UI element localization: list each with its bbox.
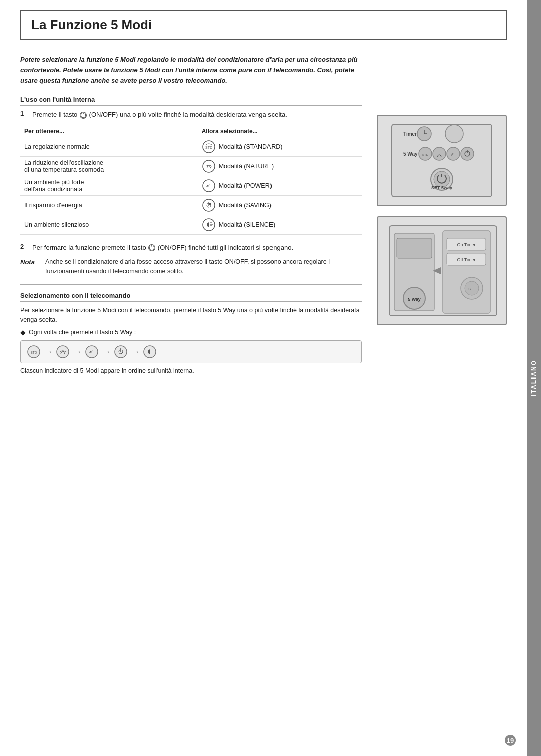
svg-point-29 bbox=[447, 147, 460, 160]
table-row: Un ambiente più fortedell'aria condizion… bbox=[20, 176, 362, 195]
indoor-unit-box: Timer 5 Way STD bbox=[377, 115, 507, 206]
svg-text:Timer: Timer bbox=[403, 131, 417, 137]
divider1 bbox=[20, 284, 362, 285]
svg-rect-39 bbox=[397, 238, 432, 258]
seq-power-icon bbox=[85, 345, 99, 359]
onoff-icon-step1 bbox=[79, 111, 87, 119]
svg-text:Off Timer: Off Timer bbox=[457, 257, 476, 262]
mode-table: Per ottenere... Allora selezionate... La… bbox=[20, 126, 362, 235]
standard-label: Modalità (STANDARD) bbox=[219, 143, 283, 150]
left-column: Potete selezionare la funzione 5 Modi re… bbox=[20, 55, 362, 389]
page-number: 19 bbox=[505, 735, 516, 746]
nature-label: Modalità (NATURE) bbox=[219, 163, 274, 170]
indoor-unit-svg: Timer 5 Way STD bbox=[389, 122, 494, 199]
table-cell-left: Il risparmio d'energia bbox=[20, 195, 198, 215]
arrow1: → bbox=[44, 347, 53, 357]
table-cell-left: Un ambiente silenzioso bbox=[20, 215, 198, 234]
table-cell-right: Modalità (NATURE) bbox=[198, 156, 362, 176]
step2-num: 2 bbox=[20, 243, 28, 253]
table-row: La regolazione normale STD Modalità (STA… bbox=[20, 137, 362, 156]
remote-control-box: On Timer Off Timer 5 Way SET bbox=[377, 216, 507, 325]
silence-label: Modalità (SILENCE) bbox=[219, 221, 276, 228]
ciascun-text: Ciascun indicatore di 5 Modi appare in o… bbox=[20, 367, 362, 374]
svg-text:SET: SET bbox=[468, 287, 475, 291]
nota-text: Anche se il condizionatore d'aria fosse … bbox=[45, 257, 362, 276]
svg-text:STD: STD bbox=[422, 153, 429, 156]
svg-text:SET 5way: SET 5way bbox=[431, 185, 452, 190]
table-row: Un ambiente silenzioso bbox=[20, 215, 362, 234]
table-row: La riduzione dell'oscillazionedi una tem… bbox=[20, 156, 362, 176]
tele-text: Per selezionare la funzione 5 Modi con i… bbox=[20, 306, 362, 325]
bullet-text: Ogni volta che premete il tasto 5 Way : bbox=[29, 329, 136, 336]
bullet-item: ◆ Ogni volta che premete il tasto 5 Way … bbox=[20, 328, 362, 336]
table-cell-right: Modalità (SAVING) bbox=[198, 195, 362, 215]
seq-standard-icon: STD bbox=[27, 345, 41, 359]
intro-text: Potete selezionare la funzione 5 Modi re… bbox=[20, 55, 362, 86]
svg-text:On Timer: On Timer bbox=[457, 242, 475, 247]
saving-icon bbox=[202, 198, 216, 212]
arrow2: → bbox=[73, 347, 82, 357]
svg-point-17 bbox=[86, 346, 98, 358]
svg-point-5 bbox=[203, 180, 215, 192]
svg-point-24 bbox=[445, 125, 463, 143]
col-allora: Allora selezionate... bbox=[198, 126, 362, 137]
arrow-sequence: STD → → bbox=[20, 340, 362, 363]
power-icon bbox=[202, 179, 216, 193]
col-per-ottenere: Per ottenere... bbox=[20, 126, 198, 137]
svg-text:5 Way: 5 Way bbox=[403, 151, 418, 157]
svg-text:STD: STD bbox=[205, 146, 212, 149]
remote-svg: On Timer Off Timer 5 Way SET bbox=[387, 223, 497, 318]
svg-point-16 bbox=[57, 346, 69, 358]
standard-icon: STD bbox=[202, 140, 216, 154]
seq-saving-icon bbox=[114, 345, 128, 359]
svg-point-4 bbox=[203, 160, 215, 172]
seq-nature-icon bbox=[56, 345, 70, 359]
svg-point-30 bbox=[461, 147, 474, 160]
table-cell-right: Modalità (POWER) bbox=[198, 176, 362, 195]
arrow3: → bbox=[102, 347, 111, 357]
power-label: Modalità (POWER) bbox=[219, 182, 272, 189]
step1-num: 1 bbox=[20, 110, 28, 120]
nota-block: Nota Anche se il condizionatore d'aria f… bbox=[20, 257, 362, 276]
nota-label: Nota bbox=[20, 257, 40, 276]
title-box: La Funzione 5 Modi bbox=[20, 10, 507, 40]
sidebar-label-text: ITALIANO bbox=[530, 360, 537, 396]
section2-heading: Selezionamento con il telecomando bbox=[20, 292, 362, 302]
right-column: Timer 5 Way STD bbox=[377, 55, 507, 389]
bullet-diamond: ◆ bbox=[20, 328, 26, 336]
table-cell-right: Modalità (SILENCE) bbox=[198, 215, 362, 234]
section1-heading: L'uso con l'unità interna bbox=[20, 96, 362, 106]
onoff-icon-step2 bbox=[148, 244, 156, 252]
svg-point-28 bbox=[433, 147, 446, 160]
nature-icon bbox=[202, 159, 216, 173]
step2: 2 Per fermare la funzione premete il tas… bbox=[20, 243, 362, 253]
step1: 1 Premete il tasto (ON/OFF) una o più vo… bbox=[20, 110, 362, 120]
section2: Selezionamento con il telecomando Per se… bbox=[20, 292, 362, 375]
svg-text:STD: STD bbox=[31, 351, 37, 354]
sidebar-italiano: ITALIANO bbox=[527, 0, 541, 756]
table-cell-left: Un ambiente più fortedell'aria condizion… bbox=[20, 176, 198, 195]
table-cell-right: STD Modalità (STANDARD) bbox=[198, 137, 362, 156]
seq-silence-icon bbox=[143, 345, 157, 359]
table-row: Il risparmio d'energia Modalità (SAVING) bbox=[20, 195, 362, 215]
step2-text: Per fermare la funzione premete il tasto… bbox=[32, 243, 362, 253]
arrow4: → bbox=[131, 347, 140, 357]
page-title: La Funzione 5 Modi bbox=[31, 17, 152, 32]
silence-icon bbox=[202, 218, 216, 232]
step1-text: Premete il tasto (ON/OFF) una o più volt… bbox=[32, 110, 362, 120]
table-cell-left: La riduzione dell'oscillazionedi una tem… bbox=[20, 156, 198, 176]
table-cell-left: La regolazione normale bbox=[20, 137, 198, 156]
divider2 bbox=[20, 382, 362, 382]
saving-label: Modalità (SAVING) bbox=[219, 202, 272, 209]
svg-text:5 Way: 5 Way bbox=[408, 297, 421, 302]
